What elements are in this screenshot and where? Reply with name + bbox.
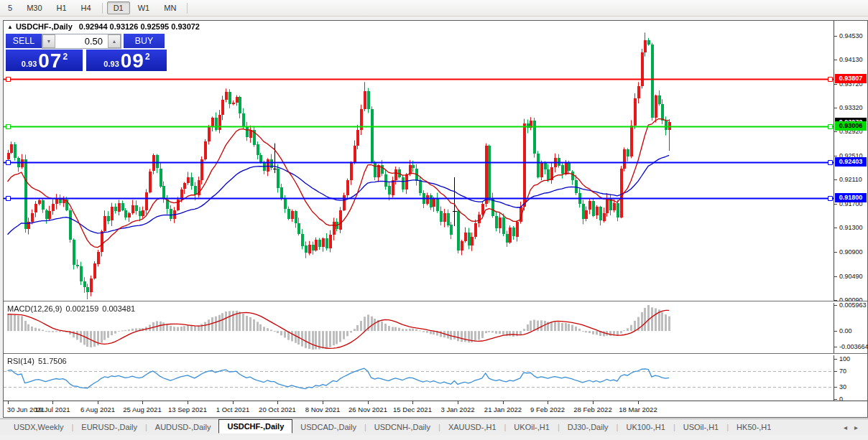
chart-frame: ▲USDCHF-,Daily0.92944 0.93126 0.92595 0.… (3, 20, 868, 418)
time-axis-label: 19 Jul 2021 (27, 406, 78, 413)
time-axis-tick (548, 401, 548, 404)
timeframe-button-m30[interactable]: M30 (20, 1, 48, 14)
price-axis[interactable]: 0.945300.941300.937200.933200.929200.925… (834, 21, 867, 401)
axis-tick-mark (834, 399, 837, 400)
axis-tick-mark (834, 305, 837, 306)
chart-tab-hk50h1[interactable]: HK50-,H1 (729, 421, 779, 434)
axis-tick-mark (834, 131, 837, 132)
axis-tick-mark (834, 331, 837, 332)
rsi-value: 51.7506 (38, 357, 67, 365)
timeframe-button-h4[interactable]: H4 (75, 1, 98, 14)
panel-splitter-rsi[interactable] (4, 353, 867, 355)
chart-tab-ukoilh1[interactable]: UKOil-,H1 (506, 421, 558, 434)
timeframe-button-w1[interactable]: W1 (131, 1, 157, 14)
time-axis-label: 1 Oct 2021 (208, 406, 258, 413)
level-price-tag-0.93807: 0.93807 (835, 74, 867, 83)
buy-button[interactable]: BUY (124, 34, 165, 49)
price-axis-label: 0.92110 (839, 176, 862, 183)
one-click-trade-widget: SELL ▼ 0.50 ▲ BUY 0.93072 0.93092 (6, 34, 167, 71)
toolbar-separator (102, 3, 103, 14)
timeframe-button-d1[interactable]: D1 (107, 1, 130, 14)
rsi-indicator-canvas[interactable] (4, 355, 834, 401)
buy-price-display[interactable]: 0.93092 (86, 50, 167, 71)
time-axis-label: 6 Aug 2021 (73, 406, 123, 413)
chart-tab-usdcaddaily[interactable]: USDCAD-,Daily (292, 421, 364, 434)
sell-price-pipette: 2 (63, 52, 68, 62)
time-axis-label: 15 Dec 2021 (387, 406, 438, 413)
axis-tick-mark (834, 60, 837, 60)
axis-tick-mark (834, 276, 837, 277)
level-price-tag-0.93006: 0.93006 (835, 121, 867, 131)
level-price-tag-0.92403: 0.92403 (835, 157, 867, 167)
time-axis-tick (412, 401, 413, 404)
time-axis-label: 26 Nov 2021 (343, 406, 393, 413)
time-axis-label: 8 Nov 2021 (297, 406, 348, 413)
chart-tab-usdxweekly[interactable]: USDX,Weekly (6, 421, 71, 434)
chart-tab-dj30daily[interactable]: DJ30-,Daily (560, 421, 617, 434)
macd-axis-label: -0.003664 (839, 343, 868, 350)
time-axis-tick (8, 401, 9, 404)
time-axis-label: 9 Feb 2022 (522, 406, 573, 413)
buy-price-digits: 09 (121, 52, 144, 70)
trading-platform-window: 5M30H1H4D1W1MN ▲USDCHF-,Daily0.92944 0.9… (0, 0, 868, 440)
collapse-panel-icon[interactable]: ▲ (7, 24, 13, 30)
price-axis-label: 0.93320 (839, 104, 863, 111)
time-axis[interactable]: 30 Jun 202119 Jul 20216 Aug 202125 Aug 2… (4, 401, 867, 417)
time-axis-label: 20 Oct 2021 (252, 406, 303, 413)
panel-splitter-macd[interactable] (4, 301, 867, 303)
tab-scroll-arrows: ◂▸ (844, 423, 858, 431)
buy-price-prefix: 0.93 (103, 60, 119, 68)
time-axis-tick (368, 401, 369, 404)
macd-signal-value: 0.003481 (102, 304, 135, 313)
symbol-tab-bar: USDX,Weekly|EURUSD-,Daily|AUDUSD-,DailyU… (0, 418, 868, 435)
price-axis-label: 0.90490 (839, 273, 863, 280)
spread-increase-button[interactable]: ▲ (108, 34, 121, 48)
chart-tab-usdcnhdaily[interactable]: USDCNH-,Daily (366, 421, 438, 434)
time-axis-label: 18 Mar 2022 (613, 406, 663, 413)
timeframe-button-5[interactable]: 5 (1, 1, 19, 14)
chart-tab-xauusdh1[interactable]: XAUUSD-,H1 (440, 421, 504, 434)
axis-tick-mark (834, 156, 837, 156)
price-axis-label: 0.94130 (839, 56, 863, 63)
chart-title: ▲USDCHF-,Daily0.92944 0.93126 0.92595 0.… (7, 22, 200, 31)
macd-label: MACD(12,26,9)0.0021590.003481 (7, 304, 139, 313)
timeframe-button-h1[interactable]: H1 (50, 1, 73, 14)
sell-price-display[interactable]: 0.93072 (6, 50, 83, 71)
axis-tick-mark (834, 359, 837, 360)
time-axis-label: 28 Feb 2022 (568, 406, 618, 413)
level-price-tag-0.91800: 0.91800 (835, 193, 867, 202)
rsi-label: RSI(14)51.7506 (7, 357, 70, 365)
rsi-name: RSI(14) (7, 357, 34, 365)
symbol-name: USDCHF-,Daily (16, 22, 73, 31)
chart-tab-usdchfdaily[interactable]: USDCHF-,Daily (218, 419, 292, 434)
chart-tab-audusddaily[interactable]: AUDUSD-,Daily (147, 421, 219, 434)
axis-tick-mark (834, 347, 837, 347)
spread-decrease-button[interactable]: ▼ (42, 34, 55, 48)
spread-value[interactable]: 0.50 (55, 34, 108, 48)
price-axis-label: 0.94530 (839, 32, 863, 39)
time-axis-tick (458, 401, 458, 404)
time-axis-tick (52, 401, 53, 404)
chart-tab-usoilh1[interactable]: USOil-,H1 (675, 421, 727, 434)
chart-tab-eurusddaily[interactable]: EURUSD-,Daily (73, 421, 145, 434)
time-axis-label: 3 Jan 2022 (433, 406, 483, 413)
time-axis-tick (503, 401, 504, 404)
axis-tick-mark (834, 252, 837, 253)
axis-tick-mark (834, 228, 837, 228)
axis-tick-mark (834, 179, 837, 180)
buy-price-pipette: 2 (145, 52, 150, 62)
rsi-axis-label: 30 (839, 383, 846, 390)
time-axis-label: 25 Aug 2021 (117, 406, 167, 413)
chart-tab-uk100h1[interactable]: UK100-,H1 (618, 421, 673, 434)
time-axis-tick (323, 401, 323, 404)
time-axis-tick (593, 401, 594, 404)
tab-scroll-left-icon[interactable]: ◂ (844, 423, 847, 431)
tab-scroll-right-icon[interactable]: ▸ (854, 423, 858, 431)
timeframe-button-mn[interactable]: MN (157, 1, 183, 14)
sell-price-digits: 07 (38, 52, 62, 70)
time-axis-label: 21 Jan 2022 (478, 406, 528, 413)
time-axis-tick (277, 401, 278, 404)
price-axis-label: 0.91300 (839, 224, 863, 231)
sell-button[interactable]: SELL (6, 34, 42, 49)
price-axis-label: 0.90900 (839, 248, 863, 256)
